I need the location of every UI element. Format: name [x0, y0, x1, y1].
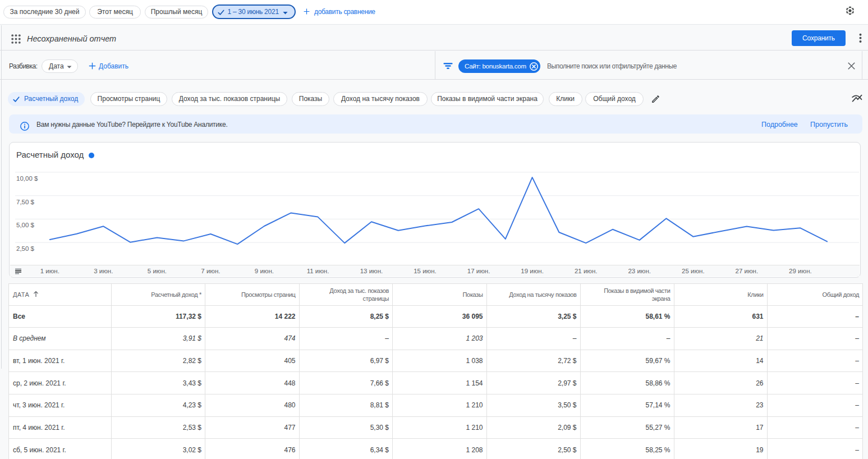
svg-text:5 июн.: 5 июн. [148, 268, 167, 274]
svg-text:11 июн.: 11 июн. [307, 268, 329, 274]
svg-text:3 июн.: 3 июн. [94, 268, 113, 274]
svg-text:13 июн.: 13 июн. [360, 268, 383, 274]
svg-text:1 июн.: 1 июн. [40, 268, 59, 274]
svg-text:17 июн.: 17 июн. [467, 268, 490, 274]
svg-text:2,50 $: 2,50 $ [16, 245, 35, 252]
svg-text:9 июн.: 9 июн. [255, 268, 274, 274]
svg-text:27 июн.: 27 июн. [736, 268, 759, 274]
svg-text:7 июн.: 7 июн. [201, 268, 220, 274]
svg-text:23 июн.: 23 июн. [628, 268, 651, 274]
svg-text:5,00 $: 5,00 $ [16, 222, 35, 228]
svg-text:10,00 $: 10,00 $ [16, 175, 38, 182]
svg-text:25 июн.: 25 июн. [682, 268, 705, 274]
svg-text:29 июн.: 29 июн. [789, 268, 812, 274]
svg-text:19 июн.: 19 июн. [521, 268, 544, 274]
svg-text:15 июн.: 15 июн. [414, 268, 437, 274]
svg-text:7,50 $: 7,50 $ [16, 199, 35, 205]
svg-text:21 июн.: 21 июн. [575, 268, 598, 274]
